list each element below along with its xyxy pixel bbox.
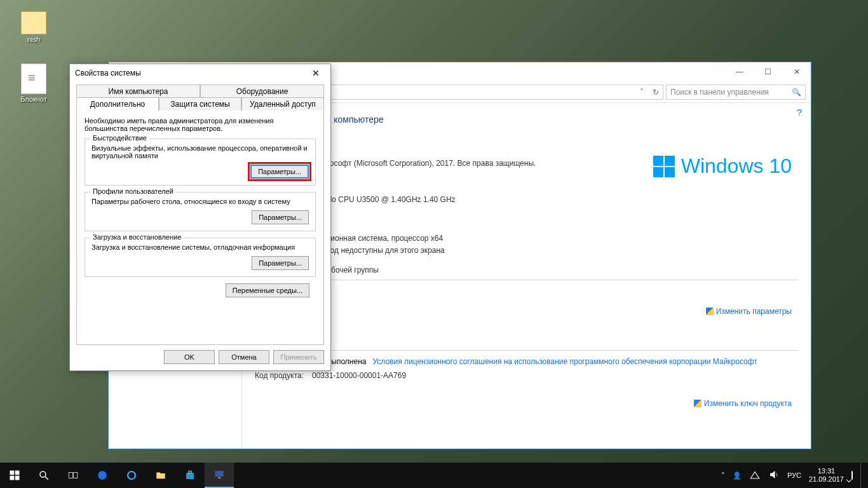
svg-rect-1 — [15, 471, 20, 475]
taskbar-app-explorer[interactable] — [146, 463, 175, 488]
cancel-button[interactable]: Отмена — [219, 350, 269, 364]
taskview-icon — [67, 470, 79, 481]
system-properties-dialog: Свойства системы ✕ Имя компьютера Оборуд… — [69, 64, 331, 371]
dialog-content: Необходимо иметь права администратора дл… — [76, 110, 324, 345]
admin-note: Необходимо иметь права администратора дл… — [85, 117, 316, 132]
svg-rect-3 — [15, 476, 20, 480]
svg-line-5 — [45, 477, 48, 480]
tab-computer-name[interactable]: Имя компьютера — [76, 85, 200, 98]
desktop-icon-notepad[interactable]: Блокнот — [11, 64, 56, 103]
svg-rect-0 — [10, 471, 15, 475]
search-input[interactable]: Поиск в панели управления 🔍 — [666, 85, 806, 100]
windows-icon — [9, 470, 20, 481]
profiles-settings-button[interactable]: Параметры... — [252, 210, 309, 224]
svg-rect-2 — [10, 476, 15, 480]
windows-logo-icon — [653, 156, 675, 177]
folder-icon — [21, 11, 46, 34]
maximize-button[interactable]: ☐ — [754, 63, 782, 81]
start-button[interactable] — [0, 463, 29, 488]
help-icon[interactable]: ? — [797, 107, 802, 118]
taskbar-app-cortana[interactable] — [117, 463, 146, 488]
system-tray: ˄ 👤 РУС 13:31 21.09.2017 — [721, 463, 868, 488]
svg-rect-13 — [218, 477, 221, 478]
show-desktop-button[interactable] — [860, 463, 864, 488]
close-button[interactable]: ✕ — [782, 63, 811, 81]
dialog-button-row: OK Отмена Применить — [70, 345, 330, 369]
svg-point-8 — [98, 471, 107, 480]
taskbar: ˄ 👤 РУС 13:31 21.09.2017 — [0, 463, 868, 488]
profiles-legend: Профили пользователей — [90, 187, 176, 195]
tab-hardware[interactable]: Оборудование — [200, 85, 324, 98]
performance-group: Быстродействие Визуальные эффекты, испол… — [85, 139, 316, 186]
notification-icon — [851, 471, 853, 480]
performance-desc: Визуальные эффекты, использование процес… — [92, 144, 309, 159]
textfile-icon — [21, 64, 46, 94]
cortana-icon — [126, 470, 137, 481]
taskbar-app-edge[interactable] — [88, 463, 117, 488]
change-settings-link[interactable]: Изменить параметры — [706, 307, 792, 316]
search-icon: 🔍 — [792, 88, 801, 97]
svg-rect-6 — [69, 473, 72, 478]
tray-chevron-up-icon[interactable]: ˄ — [721, 471, 725, 480]
dialog-titlebar[interactable]: Свойства системы ✕ — [70, 64, 330, 82]
search-placeholder: Поиск в панели управления — [670, 88, 769, 97]
edge-icon — [97, 470, 108, 481]
change-product-key-link[interactable]: Изменить ключ продукта — [694, 399, 792, 408]
startup-desc: Загрузка и восстановление системы, отлад… — [92, 243, 309, 251]
refresh-button[interactable]: ↻ — [653, 88, 659, 97]
folder-icon — [155, 470, 166, 481]
taskbar-app-store[interactable] — [175, 463, 205, 488]
tab-advanced[interactable]: Дополнительно — [76, 97, 159, 111]
task-view-button[interactable] — [58, 463, 88, 488]
dialog-title: Свойства системы — [75, 69, 141, 78]
svg-rect-10 — [186, 473, 194, 479]
clock-time: 13:31 — [809, 467, 844, 475]
svg-rect-7 — [74, 473, 78, 478]
workgroup-section-title: мена и параметры рабочей группы — [255, 266, 798, 274]
taskbar-search-button[interactable] — [29, 463, 58, 488]
environment-variables-button[interactable]: Переменные среды... — [226, 283, 309, 297]
startup-settings-button[interactable]: Параметры... — [252, 256, 309, 270]
tray-language[interactable]: РУС — [787, 471, 801, 479]
svg-point-4 — [40, 471, 46, 477]
dialog-close-button[interactable]: ✕ — [306, 68, 325, 78]
shield-icon — [706, 308, 714, 315]
icon-label: nish — [27, 36, 40, 43]
user-profiles-group: Профили пользователей Параметры рабочего… — [85, 192, 316, 231]
brand-text: Windows 10 — [681, 154, 792, 178]
svg-rect-12 — [215, 471, 224, 477]
search-icon — [38, 470, 50, 481]
startup-recovery-group: Загрузка и восстановление Загрузка и вос… — [85, 238, 316, 277]
address-dropdown-button[interactable]: ˅ — [640, 88, 644, 97]
tray-people-icon[interactable]: 👤 — [733, 471, 742, 480]
tab-remote[interactable]: Удаленный доступ — [241, 97, 324, 111]
performance-settings-button[interactable]: Параметры... — [250, 165, 309, 179]
tray-volume-icon[interactable] — [768, 469, 780, 482]
apply-button[interactable]: Применить — [273, 350, 324, 364]
product-key-label: Код продукта: — [255, 371, 312, 380]
dialog-tabs: Имя компьютера Оборудование Дополнительн… — [76, 85, 324, 110]
minimize-button[interactable]: — — [725, 63, 754, 81]
license-terms-link[interactable]: Условия лицензионного соглашения на испо… — [372, 357, 757, 366]
product-key-value: 00331-10000-00001-AA769 — [312, 371, 406, 380]
action-center-button[interactable] — [851, 471, 853, 479]
ok-button[interactable]: OK — [164, 350, 215, 364]
store-icon — [184, 470, 196, 481]
startup-legend: Загрузка и восстановление — [90, 233, 184, 241]
icon-label: Блокнот — [20, 95, 47, 103]
windows-brand: Windows 10 — [653, 154, 792, 178]
tab-system-protection[interactable]: Защита системы — [159, 97, 241, 111]
profiles-desc: Параметры рабочего стола, относящиеся ко… — [92, 198, 309, 205]
svg-point-9 — [128, 471, 135, 479]
taskbar-app-system[interactable] — [205, 463, 234, 488]
tray-network-icon[interactable] — [749, 469, 761, 482]
monitor-icon — [214, 469, 225, 480]
tray-clock[interactable]: 13:31 21.09.2017 — [809, 467, 844, 484]
svg-rect-11 — [189, 471, 192, 473]
performance-legend: Быстродействие — [90, 134, 149, 142]
shield-icon — [694, 400, 702, 407]
page-title: сведений о вашем компьютере — [255, 114, 798, 125]
desktop-icon-folder[interactable]: nish — [11, 6, 56, 43]
clock-date: 21.09.2017 — [809, 475, 844, 484]
